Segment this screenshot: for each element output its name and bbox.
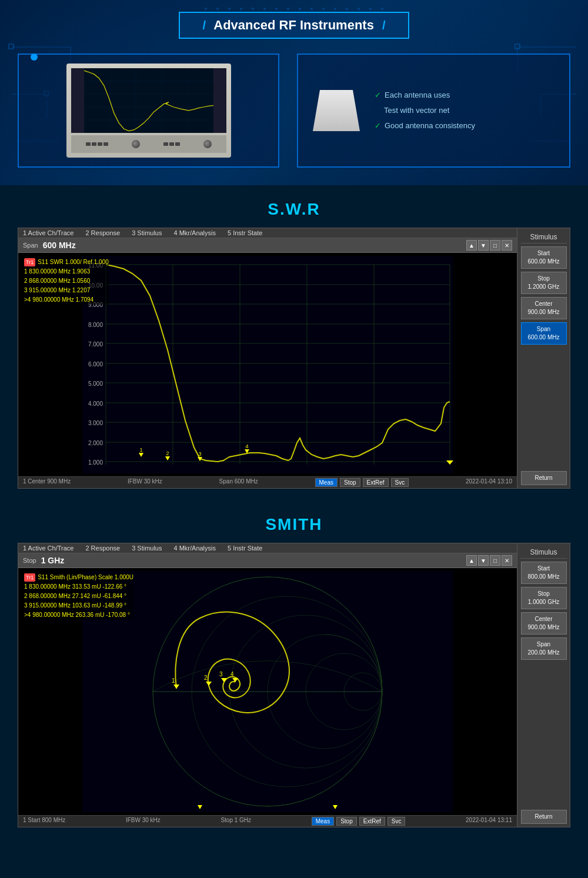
swr-span-controls: ▲ ▼ □ ✕ bbox=[466, 240, 512, 251]
smith-toolbar: 1 Active Ch/Trace 2 Response 3 Stimulus … bbox=[18, 543, 517, 553]
swr-span-down[interactable]: ▼ bbox=[478, 240, 489, 251]
swr-stim-start[interactable]: Start 600.00 MHz bbox=[521, 246, 567, 269]
swr-stim-return[interactable]: Return bbox=[521, 471, 567, 485]
antenna-shape bbox=[313, 90, 360, 131]
smith-toolbar-1[interactable]: 1 Active Ch/Trace bbox=[23, 545, 74, 552]
swr-btn-meas[interactable]: Meas bbox=[315, 478, 338, 487]
smith-span-controls: ▲ ▼ □ ✕ bbox=[466, 555, 512, 566]
swr-instrument-display: 1 Active Ch/Trace 2 Response 3 Stimulus … bbox=[18, 228, 570, 489]
svg-text:1: 1 bbox=[172, 677, 175, 684]
smith-instrument-display: 1 Active Ch/Trace 2 Response 3 Stimulus … bbox=[18, 543, 570, 827]
swr-toolbar-4[interactable]: 4 Mkr/Analysis bbox=[173, 229, 216, 236]
svg-point-26 bbox=[358, 8, 360, 10]
svg-point-24 bbox=[334, 8, 336, 10]
smith-title: SMITH bbox=[0, 500, 588, 543]
smith-btn-meas[interactable]: Meas bbox=[312, 817, 334, 826]
svg-point-20 bbox=[287, 8, 289, 10]
swr-status-bar: 1 Center 900 MHz IFBW 30 kHz Span 600 MH… bbox=[18, 476, 517, 488]
smith-stim-span-value: 200.00 MHz bbox=[523, 649, 565, 657]
smith-toolbar-5[interactable]: 5 Instr State bbox=[228, 545, 262, 552]
smith-stim-stop[interactable]: Stop 1.0000 GHz bbox=[521, 587, 567, 609]
swr-trace-measurement: S11 SWR 1.000/ Ref 1.000 bbox=[38, 258, 109, 267]
swr-toolbar-1[interactable]: 1 Active Ch/Trace bbox=[23, 229, 74, 236]
swr-span-up[interactable]: ▲ bbox=[466, 240, 477, 251]
svg-point-18 bbox=[263, 8, 266, 10]
swr-status-buttons: Meas Stop ExtRef Svc bbox=[315, 478, 409, 487]
swr-status-right: Span 600 MHz bbox=[219, 478, 258, 487]
svg-text:8.000: 8.000 bbox=[88, 322, 103, 328]
antenna-info: ✓Each antenna uses Test with vector net … bbox=[375, 88, 475, 133]
smith-status-left: 1 Start 800 MHz bbox=[23, 817, 65, 826]
svg-point-14 bbox=[216, 8, 219, 10]
swr-toolbar-5[interactable]: 5 Instr State bbox=[228, 229, 262, 236]
swr-span-expand[interactable]: □ bbox=[490, 240, 500, 251]
swr-btn-stop[interactable]: Stop bbox=[340, 478, 360, 487]
svg-text:3.000: 3.000 bbox=[88, 420, 103, 426]
smith-marker-4: >4 980.00000 MHz 263.36 mU -170.08 ° bbox=[24, 610, 133, 620]
svg-point-25 bbox=[346, 8, 348, 10]
swr-span-label: Span bbox=[23, 242, 38, 249]
swr-marker-1: 1 830.00000 MHz 1.9063 bbox=[24, 267, 109, 276]
svg-text:2: 2 bbox=[204, 675, 208, 681]
svg-point-13 bbox=[205, 8, 207, 10]
antenna-visual bbox=[313, 90, 360, 131]
svg-rect-38 bbox=[82, 256, 453, 473]
header-section: Advanced RF Instruments bbox=[0, 0, 588, 185]
smith-stim-center-label: Center bbox=[523, 615, 565, 623]
smith-stimulus-panel: Stimulus Start 800.00 MHz Stop 1.0000 GH… bbox=[517, 543, 570, 827]
smith-timestamp: 2022-01-04 13:11 bbox=[466, 817, 512, 826]
smith-stim-return[interactable]: Return bbox=[521, 810, 567, 824]
smith-main: 1 Active Ch/Trace 2 Response 3 Stimulus … bbox=[18, 543, 517, 827]
swr-stim-stop-value: 1.2000 GHz bbox=[523, 283, 565, 291]
swr-chart-area: Tr1 S11 SWR 1.000/ Ref 1.000 1 830.00000… bbox=[18, 253, 517, 476]
swr-stimulus-title: Stimulus bbox=[520, 231, 567, 243]
smith-stim-span[interactable]: Span 200.00 MHz bbox=[521, 637, 567, 660]
svg-text:1.000: 1.000 bbox=[88, 459, 103, 466]
swr-marker-3: 3 915.00000 MHz 1.2207 bbox=[24, 286, 109, 295]
smith-toolbar-3[interactable]: 3 Stimulus bbox=[132, 545, 162, 552]
smith-span-close[interactable]: ✕ bbox=[502, 555, 512, 566]
svg-text:5.000: 5.000 bbox=[88, 380, 103, 387]
swr-stim-stop[interactable]: Stop 1.2000 GHz bbox=[521, 272, 567, 294]
vna-screen bbox=[71, 68, 226, 133]
smith-toolbar-2[interactable]: 2 Response bbox=[85, 545, 120, 552]
smith-status-center: IFBW 30 kHz bbox=[126, 817, 161, 826]
swr-marker-4: >4 980.00000 MHz 1.7094 bbox=[24, 295, 109, 305]
smith-btn-extref[interactable]: ExtRef bbox=[359, 817, 385, 826]
smith-span-up[interactable]: ▲ bbox=[466, 555, 477, 566]
swr-toolbar-2[interactable]: 2 Response bbox=[85, 229, 120, 236]
antenna-feature-2: Test with vector net bbox=[384, 106, 449, 115]
smith-status-right: Stop 1 GHz bbox=[220, 817, 251, 826]
svg-text:2: 2 bbox=[166, 450, 169, 456]
smith-stim-start[interactable]: Start 800.00 MHz bbox=[521, 562, 567, 584]
swr-stim-center[interactable]: Center 900.00 MHz bbox=[521, 297, 567, 319]
svg-text:7.000: 7.000 bbox=[88, 341, 103, 348]
swr-status-center: IFBW 30 kHz bbox=[128, 478, 162, 487]
antenna-box: ✓Each antenna uses Test with vector net … bbox=[297, 54, 570, 168]
smith-span-expand[interactable]: □ bbox=[490, 555, 500, 566]
svg-text:3: 3 bbox=[198, 451, 201, 457]
smith-span-down[interactable]: ▼ bbox=[478, 555, 489, 566]
svg-text:3: 3 bbox=[219, 671, 223, 677]
swr-stim-start-label: Start bbox=[523, 249, 565, 258]
swr-toolbar: 1 Active Ch/Trace 2 Response 3 Stimulus … bbox=[18, 228, 517, 238]
swr-span-value: 600 MHz bbox=[43, 241, 76, 250]
swr-btn-svc[interactable]: Svc bbox=[391, 478, 409, 487]
swr-span-close[interactable]: ✕ bbox=[502, 240, 512, 251]
smith-chart-area: Tr1 S11 Smith (Lin/Phase) Scale 1.000U 1… bbox=[18, 568, 517, 815]
title-box: Advanced RF Instruments bbox=[179, 12, 409, 39]
swr-status-left: 1 Center 900 MHz bbox=[23, 478, 71, 487]
smith-stim-stop-value: 1.0000 GHz bbox=[523, 598, 565, 606]
smith-btn-stop[interactable]: Stop bbox=[336, 817, 357, 826]
smith-toolbar-4[interactable]: 4 Mkr/Analysis bbox=[173, 545, 216, 552]
swr-toolbar-3[interactable]: 3 Stimulus bbox=[132, 229, 162, 236]
svg-point-16 bbox=[240, 8, 242, 10]
svg-point-21 bbox=[299, 8, 301, 10]
smith-marker-1: 1 830.00000 MHz 313.53 mU -122.66 ° bbox=[24, 582, 133, 592]
title-banner: Advanced RF Instruments bbox=[18, 12, 570, 39]
smith-btn-svc[interactable]: Svc bbox=[387, 817, 406, 826]
svg-text:6.000: 6.000 bbox=[88, 361, 103, 368]
swr-btn-extref[interactable]: ExtRef bbox=[363, 478, 389, 487]
smith-stim-center[interactable]: Center 900.00 MHz bbox=[521, 612, 567, 635]
swr-stim-span[interactable]: Span 600.00 MHz bbox=[521, 322, 567, 345]
